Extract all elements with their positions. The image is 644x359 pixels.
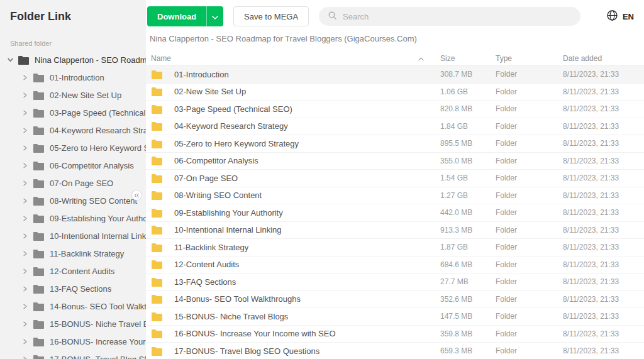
- row-folder-name[interactable]: 13-FAQ Sections: [174, 277, 236, 287]
- row-folder-name[interactable]: 12-Content Audits: [174, 260, 239, 269]
- sidebar-folder-item[interactable]: 11-Backlink Strategy: [0, 245, 146, 262]
- row-name-cell: 07-On Page SEO: [151, 174, 440, 183]
- chevron-right-icon[interactable]: [23, 145, 33, 151]
- chevron-right-icon[interactable]: [23, 75, 33, 80]
- row-folder-name[interactable]: 11-Backlink Strategy: [174, 243, 248, 252]
- language-selector[interactable]: EN: [606, 9, 634, 24]
- column-header-size[interactable]: Size: [440, 54, 496, 63]
- sidebar-folder-item[interactable]: 03-Page Speed (Technical SEO): [0, 104, 146, 121]
- column-header-type[interactable]: Type: [496, 54, 563, 63]
- sidebar-folder-label: 03-Page Speed (Technical SEO): [50, 108, 146, 118]
- download-button[interactable]: Download: [147, 6, 206, 26]
- save-to-mega-button[interactable]: Save to MEGA: [233, 6, 309, 26]
- chevron-right-icon[interactable]: [23, 304, 33, 309]
- table-row[interactable]: 06-Competitor Analysis355.0 MBFolder8/11…: [146, 153, 644, 170]
- row-type: Folder: [496, 122, 563, 131]
- chevron-right-icon[interactable]: [23, 251, 33, 257]
- row-folder-name[interactable]: 14-Bonus- SEO Tool Walkthroughs: [174, 294, 301, 304]
- row-size: 895.5 MB: [440, 139, 496, 148]
- sidebar-folder-item[interactable]: 08-Writing SEO Content: [0, 192, 146, 209]
- sidebar-folder-label: 14-Bonus- SEO Tool Walkthroughs: [50, 302, 146, 311]
- table-row[interactable]: 02-New Site Set Up1.06 GBFolder8/11/2023…: [146, 84, 644, 101]
- folder-icon: [33, 267, 45, 276]
- table-row[interactable]: 15-BONUS- Niche Travel Blogs147.5 MBFold…: [146, 308, 644, 326]
- row-date: 8/11/2023, 21:33: [563, 122, 644, 131]
- table-row[interactable]: 09-Establishing Your Authority442.0 MBFo…: [146, 204, 644, 222]
- chevron-right-icon[interactable]: [23, 216, 33, 221]
- row-folder-name[interactable]: 04-Keyword Research Strategy: [174, 121, 288, 131]
- tree-root-folder[interactable]: Nina Clapperton - SEO Roadmap for Travel…: [0, 51, 146, 69]
- chevron-right-icon[interactable]: [23, 356, 33, 359]
- sidebar-folder-item[interactable]: 12-Content Audits: [0, 262, 146, 280]
- sidebar-folder-item[interactable]: 05-Zero to Hero Keyword Strategy: [0, 139, 146, 157]
- row-folder-name[interactable]: 01-Introduction: [174, 70, 229, 79]
- sidebar-folder-item[interactable]: 15-BONUS- Niche Travel Blogs: [0, 315, 146, 333]
- sidebar-folder-label: 09-Establishing Your Authority: [50, 214, 146, 223]
- table-row[interactable]: 04-Keyword Research Strategy1.84 GBFolde…: [146, 118, 644, 136]
- row-type: Folder: [496, 174, 563, 182]
- sidebar-folder-item[interactable]: 09-Establishing Your Authority: [0, 209, 146, 227]
- table-row[interactable]: 03-Page Speed (Technical SEO)820.8 MBFol…: [146, 101, 644, 118]
- sidebar-folder-item[interactable]: 13-FAQ Sections: [0, 280, 146, 297]
- table-row[interactable]: 14-Bonus- SEO Tool Walkthroughs352.6 MBF…: [146, 291, 644, 309]
- sidebar-folder-item[interactable]: 07-On Page SEO: [0, 174, 146, 192]
- sidebar-folder-item[interactable]: 02-New Site Set Up: [0, 86, 146, 104]
- chevron-right-icon[interactable]: [23, 110, 33, 116]
- table-row[interactable]: 11-Backlink Strategy1.87 GBFolder8/11/20…: [146, 239, 644, 257]
- row-folder-name[interactable]: 16-BONUS- Increase Your Income with SEO: [174, 329, 336, 338]
- globe-icon: [606, 9, 618, 24]
- table-row[interactable]: 01-Introduction308.7 MBFolder8/11/2023, …: [146, 66, 644, 84]
- chevron-right-icon[interactable]: [23, 286, 33, 292]
- sidebar-folder-item[interactable]: 17-BONUS- Travel Blog SEO Questions: [0, 350, 146, 359]
- chevron-right-icon[interactable]: [23, 233, 33, 239]
- chevron-down-icon[interactable]: [8, 58, 18, 62]
- folder-tree: Nina Clapperton - SEO Roadmap for Travel…: [0, 51, 146, 359]
- row-name-cell: 02-New Site Set Up: [151, 87, 440, 96]
- row-name-cell: 12-Content Audits: [151, 260, 440, 269]
- table-row[interactable]: 16-BONUS- Increase Your Income with SEO3…: [146, 326, 644, 343]
- download-options-button[interactable]: [206, 6, 223, 26]
- row-folder-name[interactable]: 07-On Page SEO: [174, 174, 238, 183]
- table-row[interactable]: 07-On Page SEO1.54 GBFolder8/11/2023, 21…: [146, 170, 644, 187]
- sidebar-folder-item[interactable]: 16-BONUS- Increase Your Income with SEO: [0, 333, 146, 350]
- chevron-right-icon[interactable]: [23, 92, 33, 98]
- chevron-right-icon[interactable]: [23, 163, 33, 168]
- sidebar-folder-label: 06-Competitor Analysis: [50, 161, 146, 170]
- row-folder-name[interactable]: 09-Establishing Your Authority: [174, 208, 283, 218]
- row-folder-name[interactable]: 03-Page Speed (Technical SEO): [174, 104, 292, 114]
- sidebar-folder-item[interactable]: 06-Competitor Analysis: [0, 157, 146, 174]
- row-name-cell: 04-Keyword Research Strategy: [151, 121, 440, 131]
- chevron-right-icon[interactable]: [23, 128, 33, 133]
- row-folder-name[interactable]: 06-Competitor Analysis: [174, 156, 258, 165]
- row-folder-name[interactable]: 05-Zero to Hero Keyword Strategy: [174, 139, 299, 148]
- search-bar[interactable]: [319, 7, 580, 26]
- row-folder-name[interactable]: 02-New Site Set Up: [174, 87, 246, 96]
- row-folder-name[interactable]: 17-BONUS- Travel Blog SEO Questions: [174, 346, 319, 356]
- table-row[interactable]: 10-Intentional Internal Linking913.3 MBF…: [146, 222, 644, 240]
- chevron-right-icon[interactable]: [23, 180, 33, 186]
- column-header-name[interactable]: Name: [151, 54, 440, 63]
- folder-icon: [151, 104, 163, 114]
- chevron-right-icon[interactable]: [23, 321, 33, 327]
- sidebar-collapse-button[interactable]: [131, 190, 142, 201]
- sidebar-folder-item[interactable]: 01-Introduction: [0, 69, 146, 86]
- chevron-right-icon[interactable]: [23, 198, 33, 204]
- sidebar-folder-item[interactable]: 10-Intentional Internal Linking: [0, 227, 146, 245]
- row-folder-name[interactable]: 15-BONUS- Niche Travel Blogs: [174, 312, 288, 321]
- table-row[interactable]: 17-BONUS- Travel Blog SEO Questions659.3…: [146, 343, 644, 359]
- table-row[interactable]: 13-FAQ Sections27.7 MBFolder8/11/2023, 2…: [146, 273, 644, 291]
- row-type: Folder: [496, 191, 563, 200]
- row-folder-name[interactable]: 08-Writing SEO Content: [174, 191, 262, 200]
- row-folder-name[interactable]: 10-Intentional Internal Linking: [174, 225, 282, 235]
- sidebar-folder-label: 15-BONUS- Niche Travel Blogs: [50, 319, 146, 329]
- sidebar-folder-item[interactable]: 04-Keyword Research Strategy: [0, 121, 146, 139]
- chevron-right-icon[interactable]: [23, 339, 33, 345]
- row-date: 8/11/2023, 21:33: [563, 226, 644, 235]
- column-header-date[interactable]: Date added: [563, 54, 644, 63]
- chevron-right-icon[interactable]: [23, 268, 33, 274]
- sidebar-folder-item[interactable]: 14-Bonus- SEO Tool Walkthroughs: [0, 297, 146, 315]
- table-row[interactable]: 08-Writing SEO Content1.27 GBFolder8/11/…: [146, 187, 644, 205]
- table-row[interactable]: 12-Content Audits684.6 MBFolder8/11/2023…: [146, 257, 644, 274]
- table-row[interactable]: 05-Zero to Hero Keyword Strategy895.5 MB…: [146, 135, 644, 153]
- search-input[interactable]: [343, 12, 572, 21]
